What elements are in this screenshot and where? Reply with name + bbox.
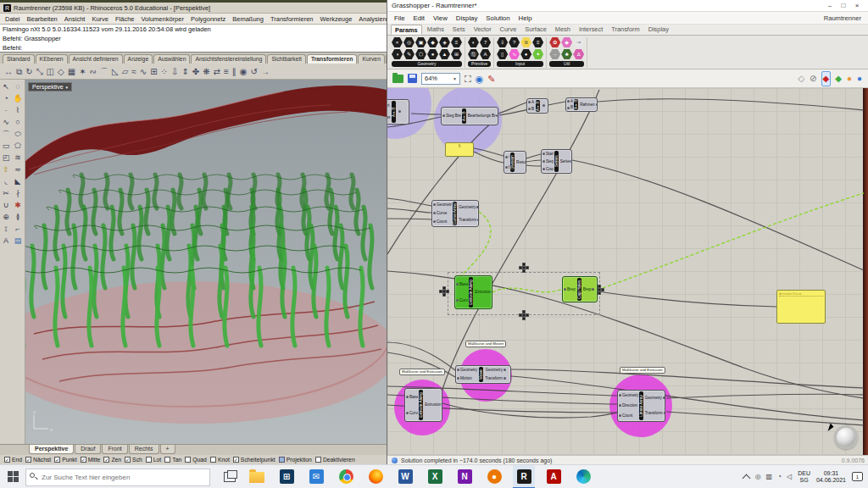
viewport-tab--[interactable]: + [160, 445, 175, 454]
hidden-icons-chevron[interactable] [742, 474, 750, 482]
maximize-button[interactable]: □ [837, 0, 850, 11]
measure-icon[interactable]: ⟟ [0, 223, 12, 235]
osnap-mitte[interactable]: ✓Mitte [81, 457, 101, 463]
group-label-tag[interactable]: Maßkurve und Moven [465, 341, 506, 347]
gh-node-extrude-along-selected[interactable]: BaseCurveExtrude AlongExtrusion [454, 275, 492, 309]
component-icon[interactable]: ⇒ [573, 37, 584, 47]
node-outputs[interactable]: Extrusion [424, 389, 442, 421]
component-icon[interactable]: ≡ [532, 37, 543, 47]
node-inputs[interactable]: Brep [563, 277, 576, 302]
gh-node-multiplication-1[interactable]: pportmansA×B [387, 99, 409, 125]
gh-tab-surface[interactable]: Surface [521, 25, 549, 35]
join-icon[interactable]: ∪ [0, 199, 12, 211]
rhino-command-history[interactable]: Flamingo nXt 5.0 5.0.16334.11523 vom 29.… [0, 25, 387, 53]
node-outputs[interactable] [541, 99, 546, 113]
grasshopper-canvas[interactable]: pportmansA×B Steg BreiteA×BBearbeitungs … [387, 88, 864, 455]
mesh-preview-icon[interactable]: ● [846, 72, 853, 86]
rhino-tab-kebenen[interactable]: KEbenen [36, 54, 68, 64]
component-icon[interactable]: ≡ [451, 37, 462, 47]
gh-node-text-panel-big[interactable]: Achsiale Kurve [776, 290, 826, 324]
volume-muted-icon[interactable]: ◁ [787, 473, 792, 480]
component-icon[interactable]: ✿ [549, 37, 560, 47]
save-file-icon[interactable] [408, 74, 417, 83]
viewport-tab-front[interactable]: Front [102, 445, 127, 454]
rhino-titlebar[interactable]: R Raumtrenner (23598 KB) - Rhinoceros 5.… [0, 3, 387, 14]
node-inputs[interactable]: GeometryDirectionCount [618, 391, 638, 421]
file-explorer-taskbar-icon[interactable] [246, 465, 268, 488]
relay-widget[interactable] [519, 310, 530, 321]
dimension-icon[interactable]: ⌐ [12, 223, 24, 235]
polar-array-icon[interactable]: ✶ [79, 64, 86, 79]
array-icon[interactable]: ▦ [68, 64, 75, 79]
explode-icon[interactable]: ✱ [12, 199, 24, 211]
rhino-tab-auswählen[interactable]: Auswählen [153, 54, 190, 64]
osnap-nächst[interactable]: ✓Nächst [25, 457, 51, 463]
preview-eye-icon[interactable]: ◉ [476, 71, 484, 86]
component-icon[interactable]: ⑪ [468, 49, 479, 59]
gh-tab-mesh[interactable]: Mesh [552, 25, 574, 35]
component-icon[interactable]: → [549, 49, 560, 59]
rhino-menu-bemaßung[interactable]: Bemaßung [232, 15, 264, 23]
component-icon[interactable]: ▯ [497, 49, 508, 59]
node-inputs[interactable]: AB [566, 98, 573, 111]
smooth-icon[interactable]: ∿ [140, 64, 147, 79]
loft-icon[interactable]: ≂ [12, 164, 24, 175]
wireframe-preview-icon[interactable]: ◇ [797, 72, 805, 86]
rhino-tab-standard[interactable]: Standard [3, 54, 35, 64]
component-icon[interactable]: ● [427, 49, 438, 59]
component-icon[interactable]: ● [520, 49, 531, 59]
component-icon[interactable]: ◆ [561, 37, 572, 47]
gh-menu-edit[interactable]: Edit [414, 14, 425, 22]
component-icon[interactable]: ∿ [509, 49, 520, 59]
cage-edit-icon[interactable]: ⊞ [150, 64, 157, 79]
gh-node-curve-array[interactable]: GeometryCurveCountCurve ArrayGeometryTra… [431, 200, 479, 227]
component-icon[interactable]: ▲ [439, 49, 450, 59]
component-icon[interactable]: 7 [480, 37, 491, 47]
checkbox-deaktivieren[interactable] [315, 457, 321, 463]
node-inputs[interactable]: BaseCurve [455, 276, 468, 308]
stretch-icon[interactable]: ⇄ [214, 64, 220, 79]
rhino-tab-anzeige[interactable]: Anzeige [124, 54, 153, 64]
node-outputs[interactable]: GeometryTransform [484, 366, 507, 383]
last-tool-icon[interactable]: → [261, 64, 270, 79]
meet-now-icon[interactable]: ◎ [755, 473, 761, 480]
component-icon[interactable]: ◆ [427, 37, 438, 47]
checkbox-end[interactable]: ✓ [4, 457, 10, 463]
pull-icon[interactable]: ⇕ [181, 64, 188, 79]
firefox-taskbar-icon[interactable] [364, 465, 387, 488]
gh-node-steg-breite-mult[interactable]: Steg BreiteA×BBearbeitungs Breite [441, 107, 498, 125]
arc-icon[interactable]: ⌒ [0, 128, 12, 140]
gh-node-multiplication-2[interactable]: ABA×B [526, 98, 548, 114]
command-prompt[interactable]: Befehl: [3, 43, 384, 53]
gh-node-cap-holes-selected[interactable]: BrepCap HolesBrep [562, 276, 598, 302]
node-inputs[interactable]: GeometryCurveCount [432, 201, 452, 226]
align-icon[interactable]: ≡ [224, 64, 229, 79]
language-indicator[interactable]: DEUSG [798, 470, 810, 484]
word-taskbar-icon[interactable]: W [394, 465, 416, 488]
point-icon[interactable]: · [0, 104, 12, 116]
group-label-tag[interactable]: Maßkurve und Extrusion [620, 367, 665, 374]
acrobat-taskbar-icon[interactable]: A [542, 465, 565, 488]
rhino-menu-werkzeuge[interactable]: Werkzeuge [320, 15, 353, 23]
gh-node-division[interactable]: ABDivisionResult [504, 151, 526, 174]
chrome-taskbar-icon[interactable] [335, 465, 357, 488]
osnap-scheitelpunkt[interactable]: ✓Scheitelpunkt [233, 457, 275, 463]
project-icon[interactable]: ⇩ [171, 64, 178, 79]
osnap-sch[interactable]: ✓Sch [125, 457, 142, 463]
gh-node-extrude-along-2[interactable]: BaseCurveExtrude AlongExtrusion [404, 388, 442, 422]
shear-icon[interactable]: ▱ [122, 64, 129, 79]
edge-taskbar-icon[interactable] [572, 465, 594, 488]
node-inputs[interactable]: GeometryMotion [456, 366, 478, 383]
distribute-icon[interactable]: ∥ [232, 64, 236, 79]
gh-tab-sets[interactable]: Sets [449, 25, 469, 35]
viewport-title-chip[interactable]: Perspektive ▾ [28, 82, 72, 92]
node-outputs[interactable]: Result [515, 152, 526, 173]
curve-icon[interactable]: ∿ [0, 116, 12, 128]
rhino-menu-datei[interactable]: Datei [5, 15, 20, 23]
onenote-taskbar-icon[interactable]: N [453, 465, 476, 488]
mirror-icon[interactable]: ◫ [47, 64, 54, 79]
rhino-menu-bearbeiten[interactable]: Bearbeiten [27, 15, 58, 23]
component-icon[interactable]: ✎ [403, 49, 415, 59]
gh-tab-curve[interactable]: Curve [497, 25, 520, 35]
node-inputs[interactable]: AB [504, 152, 509, 173]
